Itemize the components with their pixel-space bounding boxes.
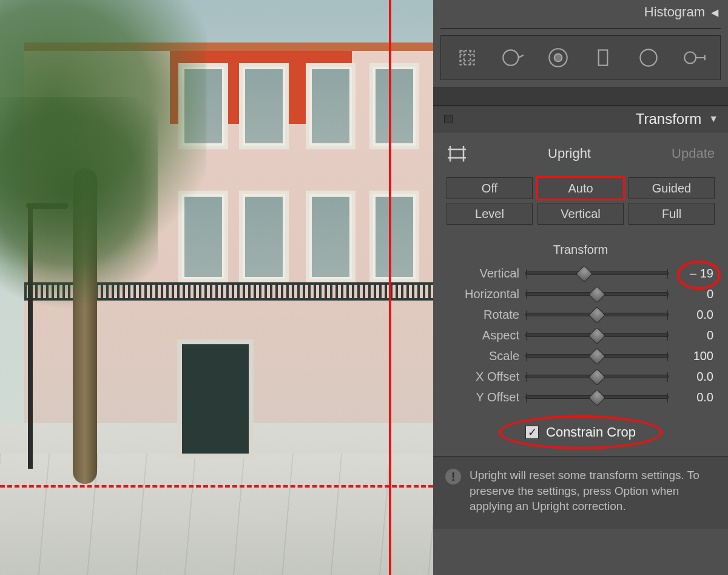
- slider-scale-value: 100: [675, 349, 715, 363]
- info-icon: !: [445, 469, 461, 485]
- preview-door: [182, 344, 249, 454]
- slider-scale-track[interactable]: [525, 354, 669, 358]
- svg-point-3: [554, 54, 562, 62]
- slider-xoffset-track[interactable]: [525, 375, 669, 378]
- svg-point-5: [640, 49, 656, 66]
- transform-sliders-title: Transform: [447, 243, 715, 257]
- upright-tip-text: Upright will reset some transform settin…: [470, 468, 716, 514]
- preview-window: [309, 194, 352, 279]
- slider-vertical: Vertical– 19: [447, 263, 715, 284]
- slider-yoffset-value: 0.0: [675, 390, 715, 404]
- slider-aspect-track[interactable]: [525, 333, 669, 337]
- slider-rotate-thumb[interactable]: [588, 307, 605, 324]
- svg-point-1: [503, 50, 518, 65]
- histogram-label: Histogram: [644, 4, 705, 20]
- preview-tree-foliage: [0, 97, 158, 328]
- radial-filter-tool-icon[interactable]: [632, 41, 666, 75]
- histogram-panel-header[interactable]: Histogram ◀: [433, 0, 728, 24]
- slider-aspect-label: Aspect: [447, 328, 519, 342]
- right-panel: Histogram ◀: [433, 0, 728, 575]
- slider-yoffset-track[interactable]: [525, 395, 669, 399]
- slider-aspect-value: 0: [675, 328, 715, 342]
- upright-label: Upright: [548, 146, 591, 162]
- slider-xoffset-thumb[interactable]: [588, 369, 605, 386]
- slider-vertical-thumb[interactable]: [576, 265, 593, 282]
- transform-sliders: Vertical– 19Horizontal0Rotate0.0Aspect0S…: [447, 263, 715, 407]
- annotation-horizontal-guide: [0, 485, 433, 488]
- slider-horizontal-label: Horizontal: [447, 287, 519, 301]
- svg-point-6: [684, 52, 696, 64]
- panel-gap: [433, 87, 728, 106]
- svg-rect-4: [599, 50, 608, 65]
- constrain-crop-label: Constrain Crop: [546, 424, 636, 440]
- app-root: Histogram ◀: [0, 0, 728, 575]
- transform-panel-body: Upright Update Off Auto Guided Level Ver…: [433, 132, 728, 445]
- redeye-tool-icon[interactable]: [541, 41, 575, 75]
- slider-xoffset: X Offset0.0: [447, 366, 715, 387]
- constrain-crop-row: ✓ Constrain Crop: [447, 424, 715, 440]
- slider-rotate-value: 0.0: [675, 308, 715, 322]
- constrain-crop-checkbox[interactable]: ✓: [525, 426, 539, 439]
- slider-rotate-track[interactable]: [525, 313, 669, 316]
- upright-guided-button[interactable]: Guided: [629, 177, 715, 199]
- image-preview[interactable]: [0, 0, 433, 575]
- svg-rect-0: [460, 50, 474, 64]
- preview-window: [243, 194, 285, 279]
- panel-toggle-swatch[interactable]: [444, 115, 453, 123]
- preview-window: [243, 67, 285, 146]
- slider-scale-label: Scale: [447, 349, 519, 363]
- upright-tip: ! Upright will reset some transform sett…: [433, 456, 728, 529]
- divider: [440, 28, 721, 29]
- slider-vertical-track[interactable]: [525, 271, 669, 275]
- spot-removal-tool-icon[interactable]: [496, 41, 530, 75]
- slider-yoffset: Y Offset0.0: [447, 387, 715, 407]
- slider-scale-thumb[interactable]: [588, 348, 605, 365]
- slider-horizontal-value: 0: [675, 287, 715, 301]
- upright-off-button[interactable]: Off: [447, 177, 533, 199]
- preview-pavement: [0, 454, 433, 575]
- slider-yoffset-thumb[interactable]: [588, 389, 605, 406]
- slider-yoffset-label: Y Offset: [447, 390, 519, 404]
- upright-guided-icon[interactable]: [447, 143, 467, 164]
- crop-tool-icon[interactable]: [450, 41, 484, 75]
- preview-window: [309, 67, 352, 146]
- slider-xoffset-label: X Offset: [447, 370, 519, 384]
- upright-auto-button[interactable]: Auto: [538, 177, 624, 199]
- upright-vertical-button[interactable]: Vertical: [538, 203, 624, 225]
- slider-xoffset-value: 0.0: [675, 370, 715, 384]
- tool-strip: [440, 35, 721, 80]
- upright-mode-buttons: Off Auto Guided Level Vertical Full: [447, 177, 715, 225]
- preview-window: [373, 194, 416, 279]
- slider-horizontal-thumb[interactable]: [588, 286, 605, 303]
- upright-row: Upright Update: [447, 143, 715, 164]
- slider-rotate: Rotate0.0: [447, 304, 715, 325]
- slider-vertical-value: – 19: [675, 267, 715, 281]
- slider-aspect: Aspect0: [447, 325, 715, 345]
- slider-horizontal: Horizontal0: [447, 284, 715, 304]
- transform-title: Transform: [636, 111, 701, 128]
- collapse-left-icon: ◀: [711, 7, 718, 18]
- collapse-down-icon: ▼: [709, 114, 718, 124]
- upright-full-button[interactable]: Full: [629, 203, 715, 225]
- slider-horizontal-track[interactable]: [525, 292, 669, 296]
- preview-window: [373, 67, 416, 146]
- slider-rotate-label: Rotate: [447, 308, 519, 322]
- graduated-filter-tool-icon[interactable]: [586, 41, 620, 75]
- annotation-vertical-guide: [389, 0, 391, 575]
- adjustment-brush-tool-icon[interactable]: [677, 41, 711, 75]
- upright-update-button[interactable]: Update: [672, 146, 715, 162]
- slider-scale: Scale100: [447, 345, 715, 366]
- upright-level-button[interactable]: Level: [447, 203, 533, 225]
- slider-vertical-label: Vertical: [447, 267, 519, 281]
- transform-panel-header[interactable]: Transform ▼: [433, 106, 728, 132]
- slider-aspect-thumb[interactable]: [588, 327, 605, 344]
